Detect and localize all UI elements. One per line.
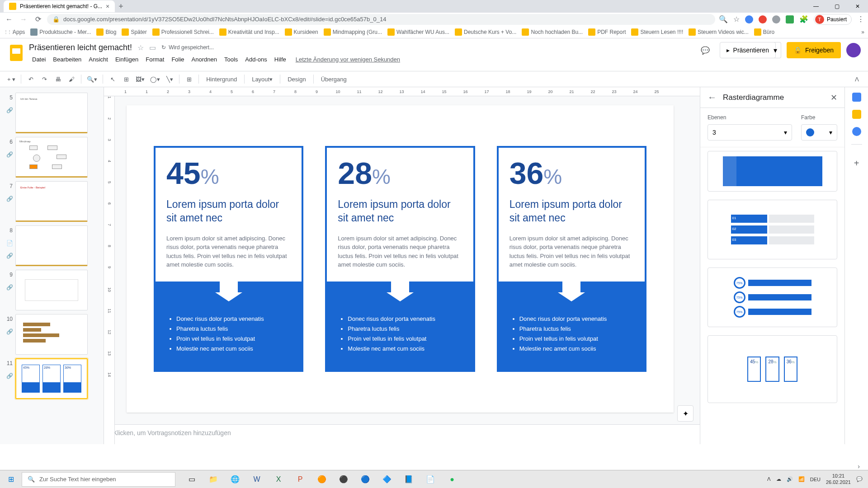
menu-addons[interactable]: Add-ons (242, 55, 270, 64)
word-icon[interactable]: W (246, 470, 268, 488)
print-button[interactable]: 🖶 (52, 73, 64, 85)
bookmark-item[interactable]: Später (122, 28, 146, 36)
menu-format[interactable]: Format (142, 55, 167, 64)
move-icon[interactable]: ▭ (149, 43, 156, 52)
bookmark-item[interactable]: Steuern Videos wic... (689, 28, 749, 36)
maximize-button[interactable]: ▢ (826, 0, 847, 13)
menu-icon[interactable]: ⋮ (857, 15, 864, 23)
share-button[interactable]: 🔒Freigeben (787, 42, 841, 58)
slide-thumb-11[interactable]: 45% 28% 36% (15, 358, 88, 399)
comment-tool[interactable]: ⊞ (183, 73, 195, 85)
notifications-icon[interactable]: 💬 (856, 476, 863, 482)
slide-thumb-9[interactable] (15, 270, 88, 310)
tab-close-icon[interactable]: × (106, 3, 109, 10)
new-slide-button[interactable]: + ▾ (5, 73, 17, 85)
zoom-button[interactable]: 🔍▾ (85, 73, 99, 85)
shape-tool[interactable]: ◯▾ (148, 73, 162, 85)
edge2-icon[interactable]: 🔷 (376, 470, 398, 488)
task-view-icon[interactable]: ▭ (181, 470, 203, 488)
wifi-icon[interactable]: 📶 (798, 476, 805, 482)
collapse-rail[interactable]: › (858, 463, 860, 470)
layout-button[interactable]: Layout ▾ (248, 73, 276, 85)
bookmark-item[interactable]: Produktsuche - Mer... (30, 28, 91, 36)
excel-icon[interactable]: X (268, 470, 289, 488)
taskbar-search[interactable]: 🔍Zur Suche Text hier eingeben (22, 472, 175, 487)
menu-insert[interactable]: Einfügen (112, 55, 142, 64)
template-option[interactable]: 45% 28% 36% (708, 335, 837, 403)
ext-icon-2[interactable] (759, 15, 767, 23)
chrome-icon[interactable]: 🔵 (354, 470, 376, 488)
slide-thumb-8[interactable] (15, 225, 88, 266)
menu-help[interactable]: Hilfe (271, 55, 289, 64)
app-icon[interactable]: 🟠 (311, 470, 333, 488)
bookmark-item[interactable]: Büro (754, 28, 774, 36)
redo-button[interactable]: ↷ (38, 73, 50, 85)
color-select[interactable]: ▾ (801, 124, 837, 141)
tray-chevron-icon[interactable]: ᐱ (767, 476, 771, 482)
menu-file[interactable]: Datei (29, 55, 49, 64)
ext-icon-1[interactable] (745, 15, 753, 23)
info-card-3[interactable]: 36% Lorem ipsum porta dolor sit amet nec… (497, 146, 646, 372)
template-option[interactable]: 75% 75% 75% (708, 267, 837, 327)
new-tab-button[interactable]: + (118, 2, 123, 11)
textbox-tool[interactable]: ⊞ (120, 73, 132, 85)
onedrive-icon[interactable]: ☁ (776, 476, 781, 482)
doc-title[interactable]: Präsentieren leicht gemacht! (29, 43, 132, 52)
url-input[interactable]: 🔒 docs.google.com/presentation/d/1yV372S… (47, 14, 715, 25)
thumb-row[interactable]: 10🔗 (0, 312, 104, 357)
present-dropdown[interactable]: ▾ (770, 42, 781, 58)
minimize-button[interactable]: — (806, 0, 826, 13)
paint-format-button[interactable]: 🖌 (66, 73, 77, 85)
canvas-scroll[interactable]: 45% Lorem ipsum porta dolor sit amet nec… (104, 96, 700, 424)
line-tool[interactable]: ╲▾ (164, 73, 175, 85)
close-button[interactable]: ✕ (847, 0, 868, 13)
select-tool[interactable]: ↖ (107, 73, 118, 85)
extensions-icon[interactable]: 🧩 (799, 15, 808, 23)
explorer-icon[interactable]: 📁 (203, 470, 224, 488)
bookmark-item[interactable]: Professionell Schrei... (152, 28, 214, 36)
thumb-row[interactable]: 8📄🔗 (0, 224, 104, 268)
volume-icon[interactable]: 🔊 (787, 476, 793, 482)
image-tool[interactable]: 🖼▾ (134, 73, 146, 85)
info-card-2[interactable]: 28% Lorem ipsum porta dolor sit amet nec… (325, 146, 475, 372)
template-option[interactable]: 01 02 03 (708, 200, 837, 259)
slide-canvas[interactable]: 45% Lorem ipsum porta dolor sit amet nec… (127, 105, 674, 413)
undo-button[interactable]: ↶ (25, 73, 37, 85)
bookmark-item[interactable]: Deutsche Kurs + Vo... (455, 28, 516, 36)
bookmarks-overflow[interactable]: » (861, 29, 864, 35)
slide-thumb-6[interactable]: Mindmap (15, 137, 88, 178)
ext-icon-4[interactable] (786, 15, 794, 23)
transition-button[interactable]: Übergang (317, 73, 350, 85)
menu-view[interactable]: Ansicht (85, 55, 111, 64)
present-button[interactable]: ▸Präsentieren (720, 42, 776, 58)
thumb-row[interactable]: 6🔗 Mindmap (0, 135, 104, 179)
slides-logo[interactable] (7, 44, 25, 62)
collapse-toolbar[interactable]: ᐱ (851, 73, 863, 85)
zoom-icon[interactable]: 🔍 (719, 15, 728, 23)
obs-icon[interactable]: ⚫ (333, 470, 354, 488)
edge-icon[interactable]: 🌐 (224, 470, 246, 488)
bookmark-item[interactable]: Wahlfächer WU Aus... (387, 28, 449, 36)
filmstrip[interactable]: 5🔗 Ich bin Teresa 6🔗 Mindmap 7🔗 Erste Fo… (0, 87, 104, 444)
bookmark-item[interactable]: Mindmapping (Gru... (324, 28, 382, 36)
template-list[interactable]: 01 02 03 75% 75% 75% 45% 28% 36% (700, 147, 844, 444)
bookmark-item[interactable]: Blog (96, 28, 116, 36)
profile-badge[interactable]: T Pausiert (814, 14, 852, 25)
thumb-row[interactable]: 11🔗 45% 28% 36% (0, 357, 104, 401)
star-icon[interactable]: ☆ (137, 43, 144, 52)
bookmark-item[interactable]: Kreativität und Insp... (219, 28, 279, 36)
bookmark-item[interactable]: PDF Report (588, 28, 626, 36)
bookmark-item[interactable]: Noch hochladen Bu... (522, 28, 583, 36)
back-icon[interactable]: ← (708, 92, 717, 103)
levels-select[interactable]: 3▾ (708, 124, 792, 141)
thumb-row[interactable]: 5🔗 Ich bin Teresa (0, 91, 104, 135)
browser-tab[interactable]: Präsentieren leicht gemacht! - G... × (4, 0, 115, 12)
clock[interactable]: 10:21 26.02.2021 (826, 473, 851, 485)
thumb-row[interactable]: 9🔗 (0, 268, 104, 312)
slide-thumb-5[interactable]: Ich bin Teresa (15, 93, 88, 133)
design-button[interactable]: Design (284, 73, 309, 85)
last-edit-link[interactable]: Letzte Änderung vor wenigen Sekunden (296, 56, 400, 63)
keep-icon[interactable] (852, 110, 861, 119)
reload-button[interactable]: ⟳ (33, 14, 43, 25)
star-icon[interactable]: ☆ (733, 15, 740, 23)
